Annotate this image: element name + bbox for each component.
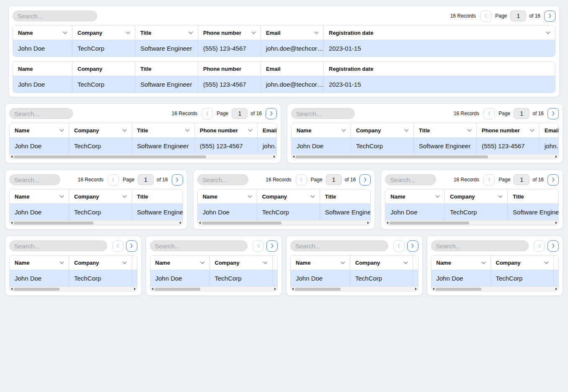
column-header-title[interactable]: Title bbox=[413, 255, 418, 270]
column-header-name[interactable]: Name bbox=[292, 123, 351, 137]
scroll-left-arrow-icon[interactable] bbox=[11, 222, 13, 224]
next-page-button[interactable] bbox=[547, 108, 559, 119]
next-page-button[interactable] bbox=[544, 10, 555, 22]
table-row[interactable]: John Doe TechCorp Software Engineer (555… bbox=[10, 270, 137, 286]
scroll-right-arrow-icon[interactable] bbox=[274, 155, 275, 158]
scrollbar-thumb[interactable] bbox=[296, 155, 488, 159]
table-row[interactable]: John Doe TechCorp Software Engineer (555… bbox=[10, 138, 277, 154]
column-header-title[interactable]: Title bbox=[508, 189, 559, 204]
scroll-left-arrow-icon[interactable] bbox=[433, 288, 434, 290]
scroll-right-arrow-icon[interactable] bbox=[555, 155, 557, 158]
horizontal-scrollbar[interactable] bbox=[292, 154, 558, 159]
scrollbar-thumb[interactable] bbox=[14, 222, 93, 225]
search-input[interactable] bbox=[9, 174, 60, 185]
search-input[interactable] bbox=[431, 240, 529, 251]
column-header-name[interactable]: Name bbox=[150, 255, 210, 270]
table-row[interactable]: John Doe TechCorp Software Engineer (555… bbox=[150, 270, 278, 286]
column-header-name[interactable]: Name bbox=[431, 255, 491, 270]
search-input[interactable] bbox=[197, 174, 248, 185]
horizontal-scrollbar[interactable] bbox=[10, 154, 276, 159]
horizontal-scrollbar[interactable] bbox=[10, 220, 183, 225]
scroll-right-arrow-icon[interactable] bbox=[134, 288, 136, 290]
horizontal-scrollbar[interactable] bbox=[431, 286, 559, 291]
column-header-name[interactable]: Name bbox=[10, 123, 69, 137]
column-header-name[interactable]: Name bbox=[198, 189, 257, 204]
prev-page-button[interactable] bbox=[480, 10, 491, 22]
column-header-company[interactable]: Company bbox=[445, 189, 508, 204]
prev-page-button[interactable] bbox=[534, 240, 545, 252]
page-number-input[interactable] bbox=[510, 10, 526, 21]
table-row[interactable]: John Doe TechCorp Software Engineer (555… bbox=[292, 138, 559, 154]
horizontal-scrollbar[interactable] bbox=[10, 286, 137, 291]
next-page-button[interactable] bbox=[172, 174, 183, 186]
scroll-left-arrow-icon[interactable] bbox=[11, 155, 13, 158]
column-header-name[interactable]: Name bbox=[10, 255, 69, 270]
column-header-company[interactable]: Company bbox=[351, 123, 414, 137]
column-header-title[interactable]: Title bbox=[132, 123, 195, 137]
search-input[interactable] bbox=[9, 108, 73, 119]
column-header-name[interactable]: Name bbox=[10, 189, 69, 204]
scroll-right-arrow-icon[interactable] bbox=[555, 288, 557, 290]
table-row[interactable]: John Doe TechCorp Software Engineer (555… bbox=[431, 270, 559, 286]
column-header-email[interactable]: Email bbox=[258, 123, 277, 137]
column-header-company[interactable]: Company bbox=[210, 255, 273, 270]
scroll-left-arrow-icon[interactable] bbox=[199, 222, 201, 224]
horizontal-scrollbar[interactable] bbox=[291, 286, 418, 291]
horizontal-scrollbar[interactable] bbox=[198, 220, 371, 225]
scrollbar-thumb[interactable] bbox=[295, 288, 341, 291]
horizontal-scrollbar[interactable] bbox=[150, 286, 278, 291]
column-header-name[interactable]: Name bbox=[13, 26, 72, 40]
column-header-phone[interactable]: Phone number bbox=[195, 123, 258, 137]
table-row[interactable]: John Doe TechCorp Software Engineer (555… bbox=[10, 204, 183, 220]
scroll-right-arrow-icon[interactable] bbox=[274, 288, 276, 290]
column-header-title[interactable]: Title bbox=[273, 255, 278, 270]
page-number-input[interactable] bbox=[514, 108, 529, 119]
page-number-input[interactable] bbox=[138, 174, 154, 185]
table-row[interactable]: John Doe TechCorp Software Engineer (555… bbox=[385, 204, 559, 220]
column-header-phone[interactable]: Phone number bbox=[198, 26, 261, 40]
next-page-button[interactable] bbox=[266, 240, 278, 252]
next-page-button[interactable] bbox=[126, 240, 137, 252]
scrollbar-thumb[interactable] bbox=[390, 222, 469, 225]
column-header-email[interactable]: Email bbox=[540, 123, 559, 137]
table-row[interactable]: John Doe TechCorp Software Engineer (555… bbox=[13, 76, 555, 93]
table-row[interactable]: John Doe TechCorp Software Engineer (555… bbox=[13, 40, 555, 57]
column-header-title[interactable]: Title bbox=[132, 189, 183, 204]
scroll-right-arrow-icon[interactable] bbox=[367, 222, 369, 224]
scroll-right-arrow-icon[interactable] bbox=[555, 222, 557, 224]
scrollbar-thumb[interactable] bbox=[14, 288, 59, 291]
prev-page-button[interactable] bbox=[393, 240, 405, 252]
table-row[interactable]: John Doe TechCorp Software Engineer (555… bbox=[291, 270, 418, 286]
scroll-left-arrow-icon[interactable] bbox=[292, 288, 294, 290]
page-number-input[interactable] bbox=[514, 174, 529, 185]
prev-page-button[interactable] bbox=[483, 108, 495, 119]
scroll-left-arrow-icon[interactable] bbox=[11, 288, 13, 290]
column-header-company[interactable]: Company bbox=[69, 123, 132, 137]
column-header-title[interactable]: Title bbox=[320, 189, 371, 204]
page-number-input[interactable] bbox=[326, 174, 342, 185]
column-header-phone[interactable]: Phone number bbox=[477, 123, 540, 137]
prev-page-button[interactable] bbox=[296, 174, 307, 186]
search-input[interactable] bbox=[9, 240, 107, 251]
scroll-right-arrow-icon[interactable] bbox=[180, 222, 181, 224]
next-page-button[interactable] bbox=[359, 174, 371, 186]
scrollbar-thumb[interactable] bbox=[155, 288, 200, 291]
column-header-name[interactable]: Name bbox=[291, 255, 350, 270]
column-header-company[interactable]: Company bbox=[72, 26, 135, 40]
column-header-registration-date[interactable]: Registration date bbox=[324, 26, 555, 40]
horizontal-scrollbar[interactable] bbox=[385, 220, 558, 225]
scroll-left-arrow-icon[interactable] bbox=[293, 155, 294, 158]
search-input[interactable] bbox=[290, 240, 388, 251]
column-header-title[interactable]: Title bbox=[135, 26, 198, 40]
column-header-name[interactable]: Name bbox=[385, 189, 445, 204]
next-page-button[interactable] bbox=[547, 174, 559, 186]
scroll-left-arrow-icon[interactable] bbox=[152, 288, 153, 290]
column-header-email[interactable]: Email bbox=[261, 26, 324, 40]
scroll-right-arrow-icon[interactable] bbox=[415, 288, 417, 290]
column-header-title[interactable]: Title bbox=[414, 123, 477, 137]
prev-page-button[interactable] bbox=[253, 240, 264, 252]
table-row[interactable]: John Doe TechCorp Software Engineer (555… bbox=[198, 204, 371, 220]
search-input[interactable] bbox=[385, 174, 436, 185]
search-input[interactable] bbox=[291, 108, 355, 119]
column-header-title[interactable]: Title bbox=[132, 255, 137, 270]
